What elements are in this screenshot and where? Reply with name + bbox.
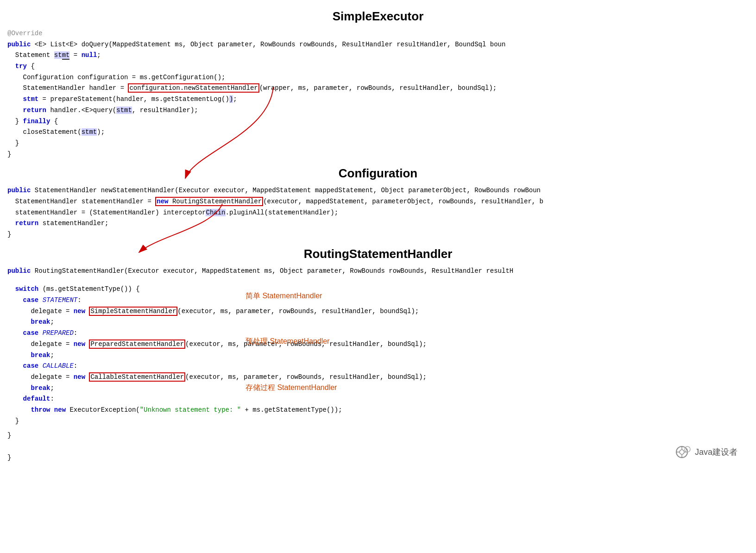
code-line: } — [0, 452, 756, 464]
code-line: closeStatement(stmt); — [0, 127, 756, 138]
configuration-code: public StatementHandler newStatementHand… — [0, 183, 756, 242]
code-line: Configuration configuration = ms.getConf… — [0, 72, 756, 83]
code-line: } — [0, 138, 756, 149]
routing-code: public RoutingStatementHandler(Executor … — [0, 264, 756, 279]
title-simple-executor: SimpleExecutor — [0, 9, 756, 24]
svg-text:c: c — [686, 447, 688, 452]
code-line: stmt = prepareStatement(handler, ms.getS… — [0, 94, 756, 105]
code-line — [0, 441, 756, 452]
code-line-highlighted: Statement stmt = null; — [0, 50, 756, 61]
code-line: break; — [0, 383, 756, 394]
code-line: default: — [0, 394, 756, 405]
code-line: } — [0, 229, 756, 240]
code-line: public StatementHandler newStatementHand… — [0, 185, 756, 196]
label-prepared: 预处理 StatementHandler — [246, 337, 329, 346]
switch-section: switch (ms.getStatementType()) { case ST… — [0, 282, 756, 428]
code-line: case PREPARED: — [0, 328, 756, 339]
code-line: StatementHandler handler = configuration… — [0, 83, 756, 94]
code-line: statementHandler = (StatementHandler) in… — [0, 207, 756, 219]
code-line: delegate = new PreparedStatementHandler(… — [0, 339, 756, 350]
svg-point-1 — [680, 450, 684, 454]
code-line: return statementHandler; — [0, 218, 756, 229]
watermark: c Java建设者 — [674, 444, 737, 460]
code-line: public <E> List<E> doQuery(MappedStateme… — [0, 39, 756, 50]
label-simple: 简单 StatementHandler — [246, 291, 322, 301]
code-line: case STATEMENT: — [0, 295, 756, 306]
code-line: @Override — [0, 28, 756, 39]
main-page: SimpleExecutor @Override public <E> List… — [0, 0, 756, 470]
code-line: return handler.<E>query(stmt, resultHand… — [0, 105, 756, 116]
code-line: } finally { — [0, 116, 756, 127]
code-line: public RoutingStatementHandler(Executor … — [0, 266, 756, 277]
watermark-icon: c — [674, 444, 691, 460]
code-line: } — [0, 416, 756, 427]
title-routing: RoutingStatementHandler — [0, 247, 756, 261]
code-line: try { — [0, 61, 756, 72]
code-line: } — [0, 430, 756, 441]
switch-code: switch (ms.getStatementType()) { case ST… — [0, 282, 756, 428]
code-line: } — [0, 149, 756, 160]
simple-executor-code: @Override public <E> List<E> doQuery(Map… — [0, 26, 756, 162]
code-line: break; — [0, 350, 756, 361]
closing-brace: } } — [0, 428, 756, 465]
code-line: throw new ExecutorException("Unknown sta… — [0, 405, 756, 416]
watermark-text: Java建设者 — [695, 446, 737, 458]
code-line: delegate = new SimpleStatementHandler(ex… — [0, 306, 756, 317]
code-line: break; — [0, 317, 756, 328]
code-line: case CALLABLE: — [0, 361, 756, 372]
code-line: StatementHandler statementHandler = new … — [0, 196, 756, 207]
code-line: switch (ms.getStatementType()) { — [0, 284, 756, 295]
label-callable: 存储过程 StatementHandler — [246, 383, 337, 393]
title-configuration: Configuration — [0, 166, 756, 181]
code-line: delegate = new CallableStatementHandler(… — [0, 372, 756, 383]
